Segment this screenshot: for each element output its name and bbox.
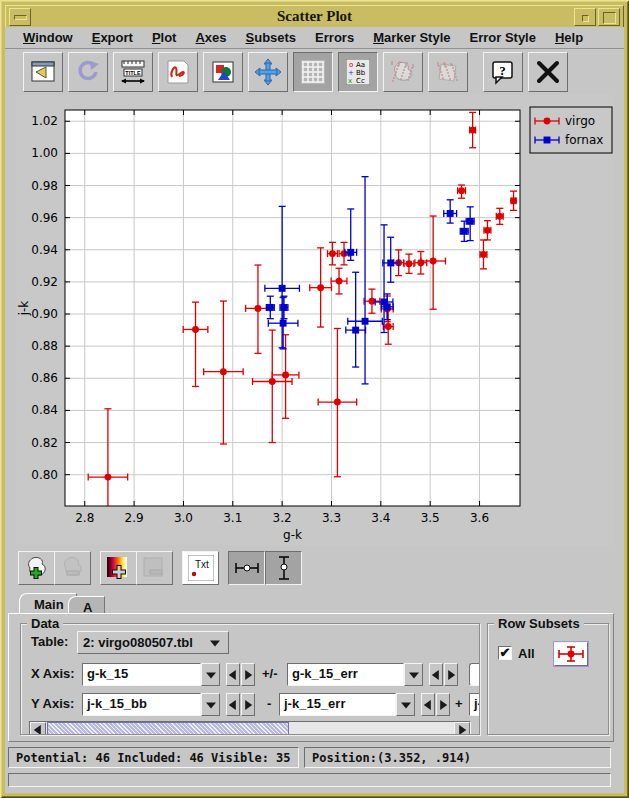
svg-text:3.1: 3.1 — [223, 511, 242, 525]
svg-text:3.4: 3.4 — [371, 511, 390, 525]
tab-a[interactable]: A — [68, 596, 105, 614]
svg-text:Cc: Cc — [356, 77, 365, 85]
count-status: Potential: 46 Included: 46 Visible: 35 — [8, 747, 299, 768]
svg-text:Bb: Bb — [356, 69, 366, 77]
x-axis-input[interactable]: g-k_15 — [82, 663, 201, 686]
close-button[interactable] — [528, 52, 568, 92]
window-frame: Scatter Plot WindowExportPlotAxesSubsets… — [0, 0, 629, 798]
y-err-input[interactable]: j-k_15_err — [279, 693, 396, 716]
y-axis-prev-button[interactable] — [226, 693, 240, 716]
x-axis-title: g-k — [283, 528, 302, 542]
svg-text:0.96: 0.96 — [31, 211, 58, 225]
window-button[interactable] — [23, 52, 63, 92]
svg-text:3.5: 3.5 — [421, 511, 440, 525]
y-err-dropdown-button[interactable] — [396, 693, 415, 716]
y-err2-input[interactable]: j- — [469, 693, 479, 716]
scrollbar-thumb[interactable] — [47, 722, 289, 734]
svg-text:o: o — [349, 61, 353, 69]
chevron-down-icon — [210, 640, 220, 646]
y-axis-input[interactable]: j-k_15_bb — [82, 693, 201, 716]
maximize-icon — [603, 12, 616, 24]
x-errorbar-toggle-button[interactable] — [228, 551, 265, 585]
svg-text:0.92: 0.92 — [31, 275, 58, 289]
subset-all-label: All — [518, 646, 535, 661]
svg-text:0.94: 0.94 — [31, 243, 58, 257]
x-err-next-button[interactable] — [444, 663, 458, 686]
x-axis-prev-button[interactable] — [226, 663, 240, 686]
iconify-button[interactable] — [574, 8, 596, 26]
blob-region-button — [428, 52, 468, 92]
svg-text:3.6: 3.6 — [470, 511, 489, 525]
y-errorbar-toggle-button[interactable] — [265, 551, 302, 585]
scatter-plot-canvas[interactable]: 2.82.93.03.13.23.33.43.53.60.800.820.840… — [16, 95, 613, 545]
progress-strip — [8, 773, 611, 787]
grid-toggle-button[interactable] — [293, 52, 333, 92]
svg-text:1.02: 1.02 — [31, 114, 58, 128]
x-axis-dropdown-button[interactable] — [201, 663, 220, 686]
chevron-down-icon — [206, 672, 216, 678]
x-err-op-label: +/- — [262, 666, 278, 681]
axis-config-button[interactable]: TITLE — [113, 52, 153, 92]
menu-marker-style[interactable]: Marker Style — [367, 27, 456, 45]
chevron-right-icon — [459, 725, 466, 735]
export-image-button[interactable] — [203, 52, 243, 92]
chevron-right-icon — [245, 670, 252, 680]
svg-text:?: ? — [499, 63, 506, 78]
x-err-input[interactable]: g-k_15_err — [287, 663, 404, 686]
menu-help[interactable]: Help — [549, 27, 589, 45]
title-bar[interactable]: Scatter Plot — [5, 5, 624, 29]
x-axis-next-button[interactable] — [241, 663, 255, 686]
svg-text:0.80: 0.80 — [31, 468, 58, 482]
y-err-op2-label: + — [455, 696, 463, 711]
x-err-dropdown-button[interactable] — [404, 663, 423, 686]
plot-legend: virgofornax — [530, 107, 612, 153]
svg-text:3.2: 3.2 — [273, 511, 292, 525]
data-hscrollbar[interactable] — [29, 721, 471, 734]
window-title: Scatter Plot — [6, 8, 623, 25]
add-subset-button[interactable] — [18, 551, 55, 585]
y-axis-next-button[interactable] — [241, 693, 255, 716]
menu-window[interactable]: Window — [17, 27, 79, 45]
legend-toggle-button[interactable]: oAa+BbxCc — [338, 52, 378, 92]
y-axis-title: j-k — [17, 301, 31, 317]
y-axis-dropdown-button[interactable] — [201, 693, 220, 716]
scroll-left-button[interactable] — [30, 722, 46, 734]
data-group: Data Table: 2: virgo080507.tbl X Axis: g… — [20, 623, 480, 735]
svg-text:3.3: 3.3 — [322, 511, 341, 525]
menu-subsets[interactable]: Subsets — [240, 27, 303, 45]
menu-export[interactable]: Export — [86, 27, 139, 45]
subset-style-button[interactable] — [554, 642, 588, 666]
x-axis-label: X Axis: — [31, 666, 75, 681]
y-err-prev-button[interactable] — [421, 693, 435, 716]
remove-style-button — [136, 551, 173, 585]
help-button[interactable]: ? — [483, 52, 523, 92]
pan-resize-button[interactable] — [248, 52, 288, 92]
x-clipped-widget[interactable] — [469, 663, 479, 686]
svg-text:0.86: 0.86 — [31, 371, 58, 385]
replot-button[interactable] — [68, 52, 108, 92]
chevron-left-icon — [432, 670, 439, 680]
tab-content-panel: Data Table: 2: virgo080507.tbl X Axis: g… — [8, 613, 614, 742]
position-status: Position:(3.352, .914) — [304, 747, 611, 768]
maximize-button[interactable] — [598, 8, 620, 26]
legend-label-virgo: virgo — [565, 114, 595, 128]
menu-error-style[interactable]: Error Style — [463, 27, 541, 45]
svg-text:0.84: 0.84 — [31, 403, 58, 417]
scroll-right-button[interactable] — [454, 722, 470, 734]
blob-subset-button — [383, 52, 423, 92]
menu-plot[interactable]: Plot — [146, 27, 183, 45]
svg-text:TITLE: TITLE — [125, 70, 141, 76]
iconify-icon — [582, 15, 589, 22]
y-err-next-button[interactable] — [436, 693, 450, 716]
menu-bar: WindowExportPlotAxesSubsetsErrorsMarker … — [5, 27, 624, 49]
x-err-prev-button[interactable] — [429, 663, 443, 686]
row-subsets-title: Row Subsets — [494, 616, 584, 631]
subset-all-checkbox[interactable]: ✔ — [498, 646, 512, 660]
export-pdf-button[interactable] — [158, 52, 198, 92]
label-points-button[interactable]: Txt — [182, 551, 219, 585]
menu-errors[interactable]: Errors — [309, 27, 360, 45]
add-style-button[interactable] — [100, 551, 137, 585]
table-select[interactable]: 2: virgo080507.tbl — [77, 631, 229, 654]
chevron-right-icon — [448, 670, 455, 680]
menu-axes[interactable]: Axes — [189, 27, 232, 45]
